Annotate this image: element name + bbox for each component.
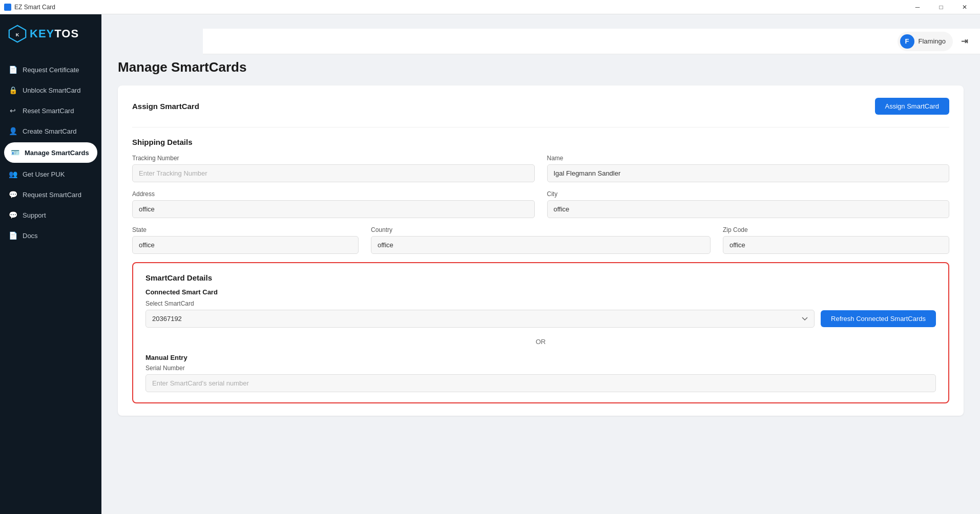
sidebar-item-label: Support (23, 211, 46, 219)
name-input[interactable] (547, 164, 950, 182)
country-group: Country (371, 226, 711, 254)
app-icon (4, 4, 11, 11)
form-row-1: Tracking Number Name (132, 155, 949, 182)
get-user-puk-icon: 👥 (8, 169, 17, 179)
or-divider: OR (145, 338, 936, 346)
sidebar-item-label: Request Certificate (23, 66, 79, 74)
address-label: Address (132, 190, 535, 198)
create-smartcard-icon: 👤 (8, 126, 17, 136)
header-bar: F Flamingo ⇥ (203, 29, 980, 54)
sidebar: K KEYTOS 📄 Request Certificate 🔒 Unblock… (0, 14, 101, 514)
name-group: Name (547, 155, 950, 182)
tracking-number-input[interactable] (132, 164, 535, 182)
sidebar-item-label: Create SmartCard (23, 127, 76, 135)
country-input[interactable] (371, 236, 711, 254)
minimize-button[interactable]: ─ (906, 0, 929, 14)
smartcard-details-box: SmartCard Details Connected Smart Card S… (132, 262, 949, 403)
assign-smartcard-title: Assign SmartCard (132, 102, 199, 111)
page-title: Manage SmartCards (118, 59, 964, 75)
sidebar-item-label: Unblock SmartCard (23, 87, 80, 94)
sidebar-item-reset-smartcard[interactable]: ↩ Reset SmartCard (0, 100, 101, 121)
logo-text: KEYTOS (30, 27, 79, 40)
sidebar-item-create-smartcard[interactable]: 👤 Create SmartCard (0, 121, 101, 141)
form-row-2: Address City (132, 190, 949, 218)
window-controls: ─ □ ✕ (906, 0, 976, 14)
shipping-heading: Shipping Details (132, 138, 949, 146)
request-smartcard-icon: 💬 (8, 190, 17, 199)
sidebar-item-request-certificate[interactable]: 📄 Request Certificate (0, 59, 101, 80)
divider (132, 127, 949, 127)
maximize-button[interactable]: □ (930, 0, 952, 14)
smartcard-details-title: SmartCard Details (145, 273, 936, 282)
manage-smartcards-icon: 🪪 (10, 148, 19, 157)
request-certificate-icon: 📄 (8, 65, 17, 74)
assign-smartcard-button[interactable]: Assign SmartCard (875, 98, 949, 115)
sidebar-item-label: Get User PUK (23, 170, 65, 178)
tracking-number-label: Tracking Number (132, 155, 535, 162)
name-label: Name (547, 155, 950, 162)
city-label: City (547, 190, 950, 198)
smartcard-select[interactable]: 20367192 (145, 310, 815, 328)
title-bar-left: EZ Smart Card (4, 4, 55, 11)
card-header: Assign SmartCard Assign SmartCard (132, 98, 949, 115)
sidebar-item-label: Manage SmartCards (25, 149, 89, 157)
sidebar-item-request-smartcard[interactable]: 💬 Request SmartCard (0, 184, 101, 205)
state-input[interactable] (132, 236, 359, 254)
city-input[interactable] (547, 200, 950, 218)
city-group: City (547, 190, 950, 218)
select-row: 20367192 Refresh Connected SmartCards (145, 310, 936, 328)
logout-button[interactable]: ⇥ (959, 34, 970, 49)
refresh-smartcards-button[interactable]: Refresh Connected SmartCards (821, 310, 936, 327)
select-smartcard-label: Select SmartCard (145, 300, 936, 307)
user-name: Flamingo (919, 37, 946, 45)
logo-box: K KEYTOS (8, 25, 79, 43)
address-group: Address (132, 190, 535, 218)
address-input[interactable] (132, 200, 535, 218)
sidebar-item-label: Docs (23, 232, 38, 240)
connected-smart-card-label: Connected Smart Card (145, 288, 936, 296)
sidebar-item-support[interactable]: 💬 Support (0, 205, 101, 225)
unblock-smartcard-icon: 🔒 (8, 85, 17, 95)
sidebar-item-unblock-smartcard[interactable]: 🔒 Unblock SmartCard (0, 80, 101, 100)
main-content: F Flamingo ⇥ Manage SmartCards Assign Sm… (101, 14, 980, 514)
close-button[interactable]: ✕ (953, 0, 976, 14)
form-row-3: State Country Zip Code (132, 226, 949, 254)
zipcode-input[interactable] (723, 236, 949, 254)
svg-text:K: K (16, 32, 19, 37)
sidebar-item-label: Reset SmartCard (23, 107, 74, 115)
tracking-number-group: Tracking Number (132, 155, 535, 182)
country-label: Country (371, 226, 711, 233)
zipcode-label: Zip Code (723, 226, 949, 233)
logo: K KEYTOS (0, 14, 101, 55)
app-container: K KEYTOS 📄 Request Certificate 🔒 Unblock… (0, 14, 980, 514)
sidebar-item-get-user-puk[interactable]: 👥 Get User PUK (0, 164, 101, 184)
user-badge: F Flamingo (898, 32, 953, 51)
sidebar-nav: 📄 Request Certificate 🔒 Unblock SmartCar… (0, 55, 101, 514)
state-label: State (132, 226, 359, 233)
manual-entry-title: Manual Entry (145, 354, 936, 361)
keytos-logo-icon: K (8, 25, 27, 43)
serial-number-input[interactable] (145, 374, 936, 392)
user-avatar: F (900, 34, 914, 49)
title-bar: EZ Smart Card ─ □ ✕ (0, 0, 980, 14)
support-icon: 💬 (8, 210, 17, 220)
state-group: State (132, 226, 359, 254)
zipcode-group: Zip Code (723, 226, 949, 254)
reset-smartcard-icon: ↩ (8, 106, 17, 115)
assign-smartcard-card: Assign SmartCard Assign SmartCard Shippi… (118, 85, 964, 416)
sidebar-item-docs[interactable]: 📄 Docs (0, 225, 101, 246)
sidebar-item-label: Request SmartCard (23, 191, 81, 199)
page-content: Manage SmartCards Assign SmartCard Assig… (118, 59, 964, 416)
sidebar-item-manage-smartcards[interactable]: 🪪 Manage SmartCards (4, 142, 97, 163)
serial-number-label: Serial Number (145, 365, 936, 372)
logout-icon: ⇥ (961, 37, 968, 46)
window-title: EZ Smart Card (14, 4, 55, 11)
docs-icon: 📄 (8, 231, 17, 240)
